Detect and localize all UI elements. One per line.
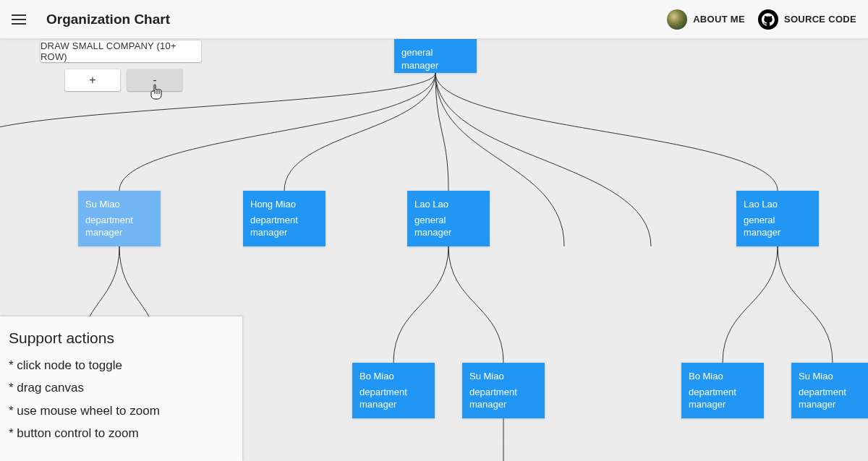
header-right: ABOUT ME SOURCE CODE — [667, 9, 856, 30]
menu-icon[interactable] — [12, 11, 29, 28]
support-line: * drag canvas — [9, 376, 234, 399]
about-me-link[interactable]: ABOUT ME — [667, 9, 745, 30]
org-node-name: Bo Miao — [689, 370, 757, 383]
github-icon — [758, 9, 778, 30]
support-line: * use mouse wheel to zoom — [9, 400, 234, 422]
support-line: * click node to toggle — [9, 354, 234, 376]
page-title: Organization Chart — [46, 12, 170, 27]
zoom-out-button[interactable]: - — [127, 69, 182, 91]
app-header: Organization Chart ABOUT ME SOURCE CODE — [0, 0, 868, 39]
org-node[interactable]: Bo Miaodepartment manager — [681, 363, 764, 418]
org-node-title: department manager — [469, 386, 537, 411]
org-node-title: general manager — [744, 214, 812, 239]
org-node-name: Su Miao — [85, 198, 153, 211]
draw-company-button[interactable]: DRAW SMALL COMPANY (10+ ROW) — [41, 40, 201, 62]
org-node-title: general manager — [414, 214, 482, 239]
org-node-name: Lao Lao — [744, 198, 812, 211]
avatar-icon — [667, 9, 687, 30]
org-node[interactable]: Lao Laogeneral manager — [736, 191, 819, 246]
org-node[interactable]: Su Miaodepartment manager — [78, 191, 161, 246]
org-node-name: Su Miao — [799, 370, 867, 383]
org-node-title: department manager — [250, 214, 318, 239]
org-node-title: department manager — [359, 386, 427, 411]
org-node-name: Hong Miao — [250, 198, 318, 211]
source-code-label: SOURCE CODE — [784, 14, 856, 25]
org-node-title: general manager — [401, 46, 469, 72]
org-node[interactable]: Lao Laogeneral manager — [407, 191, 490, 246]
support-title: Support actions — [9, 329, 234, 347]
support-line: * button control to zoom — [9, 422, 234, 444]
org-node[interactable]: Bo Miaodepartment manager — [352, 363, 435, 418]
org-node[interactable]: Su Miaodepartment manager — [462, 363, 545, 418]
about-me-label: ABOUT ME — [693, 14, 745, 25]
toolbar: DRAW SMALL COMPANY (10+ ROW) + - — [41, 40, 207, 91]
org-node[interactable]: Hong Miaodepartment manager — [243, 191, 326, 246]
org-node-name: Su Miao — [469, 370, 537, 383]
source-code-link[interactable]: SOURCE CODE — [758, 9, 856, 30]
org-node-title: department manager — [799, 386, 867, 411]
zoom-controls: + - — [41, 69, 207, 91]
org-node-title: department manager — [689, 386, 757, 411]
org-node-name: Lao Lao — [414, 198, 482, 211]
org-node[interactable]: Su Miaodepartment manager — [791, 363, 868, 418]
zoom-in-button[interactable]: + — [65, 69, 120, 91]
org-node[interactable]: general manager — [394, 39, 477, 73]
support-actions-panel: Support actions * click node to toggle *… — [0, 316, 242, 461]
org-node-title: department manager — [85, 214, 153, 239]
org-node-name: Bo Miao — [359, 370, 427, 383]
